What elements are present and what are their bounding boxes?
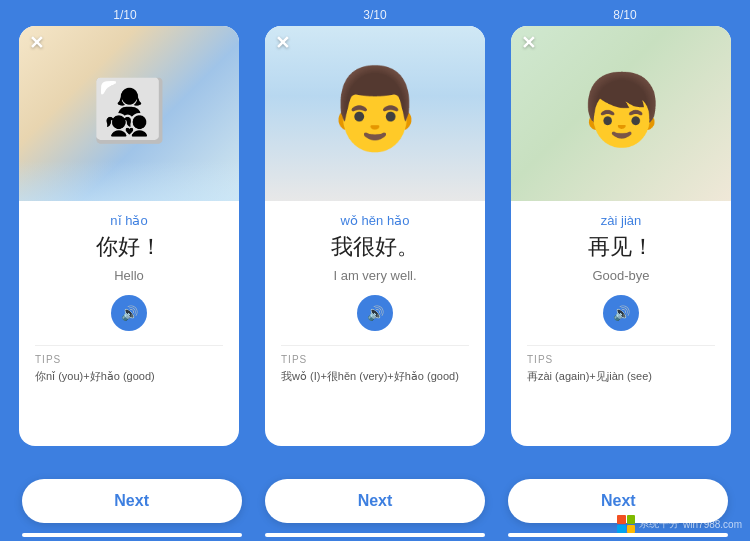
progress-1: 1/10 bbox=[0, 8, 250, 22]
close-icon-3[interactable]: ✕ bbox=[521, 34, 536, 52]
progress-3: 8/10 bbox=[500, 8, 750, 22]
chinese-3: 再见！ bbox=[588, 232, 654, 262]
tips-text-1: 你nǐ (you)+好hǎo (good) bbox=[35, 369, 223, 384]
watermark: 系统平分 win7988.com bbox=[617, 515, 742, 533]
audio-button-2[interactable]: 🔊 bbox=[357, 295, 393, 331]
close-icon-1[interactable]: ✕ bbox=[29, 34, 44, 52]
speaker-icon-2: 🔊 bbox=[367, 305, 384, 321]
watermark-text: 系统平分 bbox=[639, 517, 679, 531]
flash-card-3: ✕ zài jiàn 再见！ Good-bye 🔊 Tips 再zài (aga… bbox=[511, 26, 731, 446]
cards-container: ✕ nǐ hǎo 你好！ Hello 🔊 Tips 你nǐ (you)+好hǎo… bbox=[0, 26, 750, 471]
speaker-icon-1: 🔊 bbox=[121, 305, 138, 321]
next-button-2[interactable]: Next bbox=[265, 479, 485, 523]
translation-3: Good-bye bbox=[592, 268, 649, 283]
tips-text-3: 再zài (again)+见jiàn (see) bbox=[527, 369, 715, 384]
pinyin-3: zài jiàn bbox=[601, 213, 641, 228]
next-button-1[interactable]: Next bbox=[22, 479, 242, 523]
card-image-3: ✕ bbox=[511, 26, 731, 201]
indicator-3 bbox=[508, 533, 728, 537]
pinyin-2: wǒ hěn hǎo bbox=[341, 213, 410, 228]
bottom-indicator-row bbox=[0, 533, 750, 541]
audio-button-3[interactable]: 🔊 bbox=[603, 295, 639, 331]
translation-2: I am very well. bbox=[333, 268, 416, 283]
top-bar: 1/10 3/10 8/10 bbox=[0, 0, 750, 26]
progress-2: 3/10 bbox=[250, 8, 500, 22]
windows-logo-icon bbox=[617, 515, 635, 533]
flash-card-1: ✕ nǐ hǎo 你好！ Hello 🔊 Tips 你nǐ (you)+好hǎo… bbox=[19, 26, 239, 446]
tips-text-2: 我wǒ (I)+很hěn (very)+好hǎo (good) bbox=[281, 369, 469, 384]
chinese-2: 我很好。 bbox=[331, 232, 419, 262]
tips-label-1: Tips bbox=[35, 354, 223, 365]
tips-label-3: Tips bbox=[527, 354, 715, 365]
indicator-1 bbox=[22, 533, 242, 537]
pinyin-1: nǐ hǎo bbox=[110, 213, 147, 228]
flash-card-2: ✕ wǒ hěn hǎo 我很好。 I am very well. 🔊 Tips… bbox=[265, 26, 485, 446]
card-image-2: ✕ bbox=[265, 26, 485, 201]
translation-1: Hello bbox=[114, 268, 144, 283]
indicator-2 bbox=[265, 533, 485, 537]
chinese-1: 你好！ bbox=[96, 232, 162, 262]
close-icon-2[interactable]: ✕ bbox=[275, 34, 290, 52]
speaker-icon-3: 🔊 bbox=[613, 305, 630, 321]
audio-button-1[interactable]: 🔊 bbox=[111, 295, 147, 331]
watermark-site: win7988.com bbox=[683, 519, 742, 530]
tips-label-2: Tips bbox=[281, 354, 469, 365]
card-image-1: ✕ bbox=[19, 26, 239, 201]
